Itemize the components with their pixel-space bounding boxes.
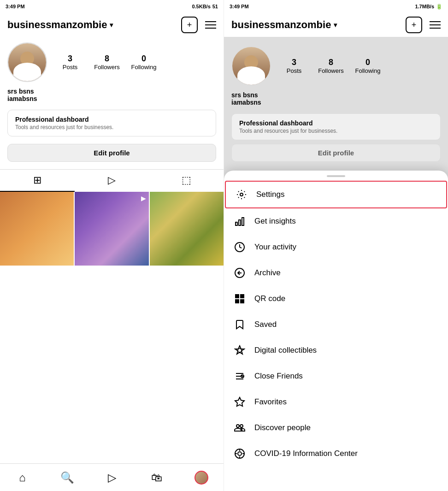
pro-subtitle-left: Tools and resources just for businesses. (15, 124, 208, 130)
edit-profile-right: Edit profile (231, 144, 441, 162)
menu-button-left[interactable] (205, 21, 216, 29)
following-count-right: 0 (365, 58, 370, 67)
home-icon-left: ⌂ (19, 471, 26, 484)
tabs-row-left: ⊞ ▷ ⬚ (0, 169, 224, 192)
add-post-button-left[interactable]: + (181, 17, 198, 33)
svg-rect-1 (236, 222, 237, 225)
status-icons-right: 1.7MB/s 🔋 (415, 4, 442, 10)
status-bar-left: 3:49 PM 0.5KB/s 51 (0, 0, 224, 13)
menu-item-get-insights[interactable]: Get insights (224, 208, 448, 234)
grid-item-1[interactable] (0, 192, 74, 266)
menu-item-digital-collectibles[interactable]: Digital collectibles (224, 337, 448, 363)
photo-grid-left: ▶ (0, 192, 224, 463)
qr-code-icon (233, 292, 246, 305)
menu-item-qr-code[interactable]: QR code (224, 286, 448, 312)
menu-item-your-activity[interactable]: Your activity (224, 234, 448, 260)
following-stat-left[interactable]: 0 Following (130, 54, 158, 71)
covid-label: COVID-19 Information Center (254, 449, 358, 458)
svg-rect-17 (242, 300, 244, 301)
svg-rect-14 (241, 300, 242, 301)
grid-item-3[interactable] (150, 192, 224, 266)
top-nav-right: businessmanzombie ▾ + (224, 13, 448, 37)
avatar-left[interactable] (7, 42, 47, 82)
svg-rect-10 (236, 296, 238, 297)
pro-title-left: Professional dashboard (15, 116, 208, 123)
menu-item-archive[interactable]: Archive (224, 260, 448, 286)
posts-stat-right: 3 Posts (280, 58, 308, 74)
pro-dashboard-left[interactable]: Professional dashboard Tools and resourc… (7, 110, 216, 136)
posts-stat-left[interactable]: 3 Posts (56, 54, 84, 71)
menu-item-settings[interactable]: Settings (225, 181, 447, 208)
following-stat-right: 0 Following (354, 58, 382, 74)
tab-reels-left[interactable]: ▷ (75, 170, 149, 192)
followers-label-right: Followers (318, 67, 344, 74)
close-friends-label: Close Friends (254, 372, 303, 381)
nav-icons-right: + (406, 17, 441, 33)
favorites-icon (233, 396, 246, 408)
followers-count-left: 8 (105, 54, 109, 64)
digital-collectibles-label: Digital collectibles (254, 346, 317, 355)
bio-right: srs bsns iamabsns (224, 89, 448, 110)
covid-icon (233, 447, 246, 460)
svg-rect-11 (242, 296, 243, 297)
reels-icon-left: ▷ (108, 174, 116, 186)
username-nav-right: businessmanzombie ▾ (231, 19, 337, 31)
nav-profile-left[interactable] (190, 467, 212, 489)
nav-home-left[interactable]: ⌂ (12, 467, 34, 489)
right-panel: 3:49 PM 1.7MB/s 🔋 businessmanzombie ▾ + (224, 0, 448, 491)
menu-item-saved[interactable]: Saved (224, 312, 448, 337)
tab-grid-left[interactable]: ⊞ (0, 170, 75, 192)
digital-collectibles-icon (233, 344, 246, 357)
tagged-icon-left: ⬚ (182, 174, 191, 186)
stats-row-right: 3 Posts 8 Followers 0 Following (280, 58, 441, 74)
nav-icons-left: + (181, 17, 216, 33)
qr-code-label: QR code (254, 294, 285, 303)
your-activity-label: Your activity (254, 243, 296, 252)
settings-label: Settings (256, 190, 284, 199)
svg-rect-3 (242, 218, 244, 225)
edit-profile-button-left[interactable]: Edit profile (7, 144, 216, 162)
svg-rect-12 (236, 301, 238, 302)
left-panel: 3:49 PM 0.5KB/s 51 businessmanzombie ▾ +… (0, 0, 224, 491)
menu-item-discover-people[interactable]: Discover people (224, 415, 448, 441)
nav-search-left[interactable]: 🔍 (56, 467, 78, 489)
profile-section-right: 3 Posts 8 Followers 0 Following (224, 41, 448, 89)
username-text-left: businessmanzombie (7, 19, 107, 31)
bio-line2-left: iamabsns (7, 95, 216, 102)
status-icons-left: 0.5KB/s 51 (192, 4, 218, 9)
nav-shop-left[interactable]: 🛍 (146, 467, 168, 489)
avatar-right (231, 46, 271, 86)
svg-marker-24 (235, 397, 244, 406)
svg-rect-15 (242, 302, 244, 303)
svg-rect-2 (239, 220, 241, 225)
menu-item-close-friends[interactable]: Close Friends (224, 363, 448, 389)
tab-tagged-left[interactable]: ⬚ (149, 170, 224, 192)
stats-row-left: 3 Posts 8 Followers 0 Following (56, 54, 216, 71)
svg-point-0 (240, 193, 243, 196)
menu-button-right[interactable] (430, 21, 441, 29)
discover-people-icon (233, 421, 246, 434)
archive-label: Archive (254, 268, 281, 278)
profile-avatar-nav-left (195, 471, 208, 485)
status-bar-right: 3:49 PM 1.7MB/s 🔋 (224, 0, 448, 13)
username-nav-left[interactable]: businessmanzombie ▾ (7, 19, 113, 31)
time-right: 3:49 PM (230, 4, 249, 9)
posts-count-left: 3 (68, 54, 72, 64)
menu-item-favorites[interactable]: Favorites (224, 389, 448, 415)
grid-item-2[interactable]: ▶ (75, 192, 148, 266)
add-post-button-right[interactable]: + (406, 17, 422, 33)
posts-label-right: Posts (287, 67, 302, 74)
profile-section-left: 3 Posts 8 Followers 0 Following (0, 37, 224, 86)
video-badge-icon: ▶ (141, 195, 146, 202)
menu-item-covid[interactable]: COVID-19 Information Center (224, 441, 448, 467)
grid-icon-left: ⊞ (33, 174, 41, 186)
username-text-right: businessmanzombie (231, 19, 331, 31)
followers-label-left: Followers (94, 64, 120, 71)
reels-nav-icon-left: ▷ (108, 471, 116, 484)
menu-scroll: Settings Get insights (224, 181, 448, 467)
followers-stat-left[interactable]: 8 Followers (93, 54, 121, 71)
shop-icon-left: 🛍 (151, 471, 162, 484)
nav-reels-left[interactable]: ▷ (101, 467, 123, 489)
chevron-down-icon-left: ▾ (110, 21, 113, 29)
following-label-right: Following (355, 67, 381, 74)
